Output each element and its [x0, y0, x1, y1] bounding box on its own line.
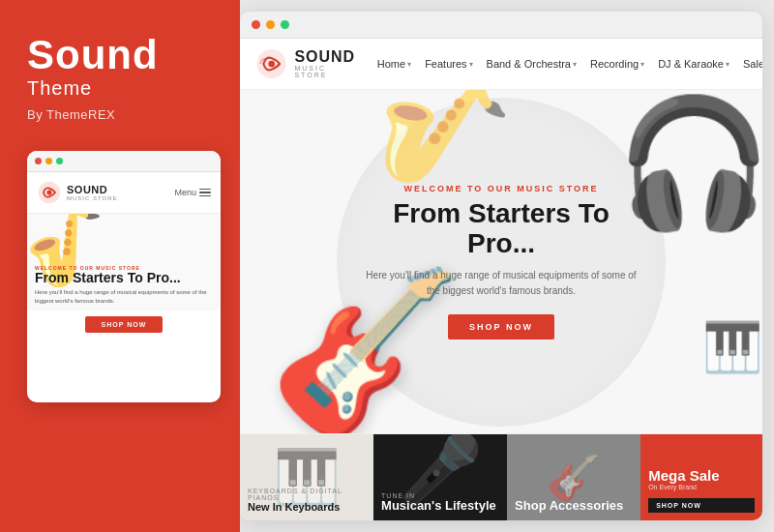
- browser-mockup: SOUND MUSIC STORE Home ▾ Features ▾ Band…: [240, 12, 762, 520]
- site-hero: 🎷 🎸 🎧 🎹 WELCOME TO OUR MUSIC STORE From …: [240, 90, 762, 433]
- card-sale-title: Mega Sale: [648, 468, 755, 485]
- mobile-dot-yellow: [45, 158, 52, 164]
- nav-recording[interactable]: Recording ▾: [590, 58, 644, 70]
- nav-home-chevron: ▾: [407, 60, 411, 69]
- card-keyboards-title: New In Keyboards: [248, 501, 366, 513]
- card-sale-shop-button[interactable]: SHOP NOW: [648, 498, 755, 513]
- brand-subtitle: Theme: [27, 77, 213, 100]
- card-lifestyle-title: Musican's Lifestyle: [381, 499, 499, 513]
- nav-dj-chevron: ▾: [726, 60, 729, 69]
- mobile-cta: SHOP NOW: [27, 316, 221, 333]
- hero-center-content: WELCOME TO OUR MUSIC STORE From Starters…: [366, 184, 637, 340]
- browser-dot-green: [281, 20, 289, 29]
- mobile-hero-text: WELCOME TO OUR MUSIC STORE From Starters…: [35, 265, 213, 305]
- card-accessories[interactable]: 🎸 Shop Accessories: [507, 434, 640, 520]
- mobile-dot-red: [35, 158, 42, 164]
- card-accessories-title: Shop Accessories: [515, 499, 633, 513]
- nav-home[interactable]: Home ▾: [377, 58, 411, 70]
- nav-features-chevron: ▾: [469, 60, 473, 69]
- nav-features-label: Features: [425, 58, 466, 70]
- nav-dj-label: DJ & Karaoke: [658, 58, 724, 70]
- nav-band[interactable]: Band & Orchestra ▾: [487, 58, 577, 70]
- site-navigation: Home ▾ Features ▾ Band & Orchestra ▾ Rec…: [377, 56, 762, 72]
- hero-headphones-icon: 🎧: [615, 90, 762, 237]
- nav-home-label: Home: [377, 58, 405, 70]
- mobile-logo: SOUND MUSIC STORE: [37, 180, 118, 205]
- hamburger-line-1: [199, 189, 211, 191]
- nav-sale[interactable]: Sale ▾: [743, 58, 762, 70]
- nav-features[interactable]: Features ▾: [425, 58, 472, 70]
- nav-band-label: Band & Orchestra: [487, 58, 571, 70]
- card-lifestyle[interactable]: 🎤 Tune In Musican's Lifestyle: [373, 434, 507, 520]
- hamburger-icon: [199, 189, 211, 197]
- browser-top-bar: [240, 12, 762, 39]
- mobile-hero: 🎷 WELCOME TO OUR MUSIC STORE From Starte…: [27, 214, 221, 310]
- card-lifestyle-label: Tune In Musican's Lifestyle: [373, 434, 507, 520]
- hero-headline: From Starters To Pro...: [366, 199, 637, 259]
- card-keyboards-label: Keyboards & Digital Pianos New In Keyboa…: [240, 434, 373, 520]
- sidebar: Sound Theme By ThemeREX SOUND MUSIC STOR…: [0, 0, 240, 532]
- hero-welcome: WELCOME TO OUR MUSIC STORE: [366, 184, 637, 193]
- svg-point-3: [268, 61, 275, 68]
- card-sale-label: Mega Sale On Every Brand SHOP NOW: [640, 434, 762, 520]
- nav-dj[interactable]: DJ & Karaoke ▾: [658, 58, 729, 70]
- nav-sale-label: Sale: [743, 58, 762, 70]
- svg-point-1: [46, 190, 51, 194]
- site-logo-text: SOUND MUSIC STORE: [294, 49, 357, 78]
- browser-content: SOUND MUSIC STORE Home ▾ Features ▾ Band…: [240, 39, 762, 520]
- mobile-dot-green: [56, 158, 63, 164]
- mobile-logo-text: SOUND MUSIC STORE: [67, 185, 118, 201]
- mobile-logo-sound: SOUND: [67, 185, 118, 195]
- mobile-shop-button[interactable]: SHOP NOW: [85, 316, 163, 333]
- browser-dot-yellow: [266, 20, 275, 29]
- hero-keyboard-icon: 🎹: [702, 319, 762, 375]
- site-logo: SOUND MUSIC STORE: [255, 46, 358, 81]
- nav-recording-label: Recording: [590, 58, 639, 70]
- browser-dot-red: [252, 20, 260, 29]
- brand-title: Sound: [27, 35, 213, 75]
- site-logo-icon: [255, 46, 287, 81]
- mobile-description: Here you'll find a huge range of musical…: [35, 288, 213, 305]
- mobile-logo-icon: [37, 180, 62, 205]
- nav-recording-chevron: ▾: [640, 60, 644, 69]
- card-sale-subtitle: On Every Brand: [648, 484, 755, 490]
- mobile-headline: From Starters To Pro...: [35, 271, 213, 285]
- mobile-menu-button[interactable]: Menu: [174, 188, 211, 197]
- mobile-logo-store: MUSIC STORE: [67, 195, 118, 201]
- site-logo-store: MUSIC STORE: [294, 65, 357, 78]
- site-nav: SOUND MUSIC STORE Home ▾ Features ▾ Band…: [240, 39, 762, 90]
- mobile-top-bar: [27, 151, 221, 172]
- card-accessories-label: Shop Accessories: [507, 434, 640, 520]
- card-keyboards[interactable]: 🎹 Keyboards & Digital Pianos New In Keyb…: [240, 434, 373, 520]
- brand-by: By ThemeREX: [27, 107, 213, 122]
- mobile-mockup: SOUND MUSIC STORE Menu 🎷 WELCOME TO OUR …: [27, 151, 221, 402]
- nav-band-chevron: ▾: [573, 60, 577, 69]
- card-sale[interactable]: Mega Sale On Every Brand SHOP NOW: [640, 434, 762, 520]
- hamburger-line-2: [199, 192, 211, 193]
- bottom-cards: 🎹 Keyboards & Digital Pianos New In Keyb…: [240, 433, 762, 520]
- hero-shop-button[interactable]: SHOP NOW: [448, 314, 554, 340]
- card-keyboards-category: Keyboards & Digital Pianos: [248, 488, 366, 501]
- site-logo-sound: SOUND: [294, 49, 357, 65]
- hero-description: Here you'll find a huge range of musical…: [366, 268, 637, 299]
- mobile-menu-label: Menu: [174, 188, 196, 197]
- hamburger-line-3: [199, 195, 211, 197]
- mobile-nav: SOUND MUSIC STORE Menu: [27, 172, 221, 214]
